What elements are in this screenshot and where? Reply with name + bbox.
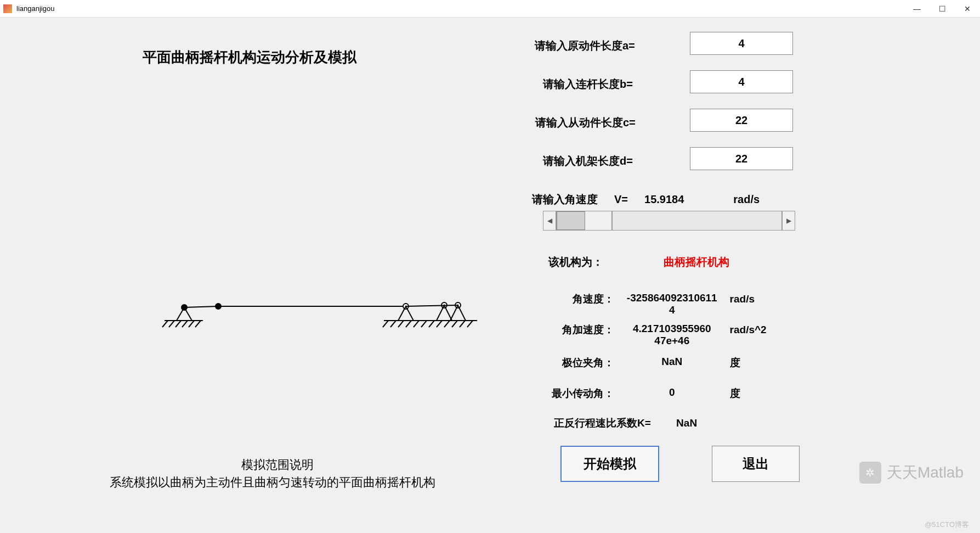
svg-line-6 xyxy=(182,321,188,327)
exit-button[interactable]: 退出 xyxy=(712,446,800,482)
acc-unit: rad/s^2 xyxy=(730,324,774,336)
maximize-button[interactable]: ☐ xyxy=(930,0,955,18)
slider-left-arrow-icon[interactable]: ◀ xyxy=(543,211,556,231)
output-velocity-row: 角速度： -325864092310611 4 rad/s xyxy=(543,292,774,316)
svg-line-7 xyxy=(189,321,194,327)
angular-unit: rad/s xyxy=(733,193,760,206)
output-k-row: 正反行程速比系数K= NaN xyxy=(554,416,703,430)
svg-line-21 xyxy=(390,321,396,327)
ang-value: NaN xyxy=(617,356,727,368)
content-area: 平面曲柄摇杆机构运动分析及模拟 xyxy=(0,18,980,533)
output-angle-row: 极位夹角： NaN 度 xyxy=(543,356,774,370)
vel-label: 角速度： xyxy=(543,292,614,306)
min-unit: 度 xyxy=(730,386,774,401)
slider-track-left[interactable] xyxy=(556,211,612,231)
mechanism-diagram xyxy=(143,281,499,347)
input-d[interactable]: 22 xyxy=(690,147,793,170)
wechat-icon: ✲ xyxy=(859,462,881,484)
vel-value: -325864092310611 4 xyxy=(617,292,727,316)
description-title: 模拟范围说明 xyxy=(241,457,314,473)
svg-line-26 xyxy=(429,321,434,327)
description-text: 系统模拟以曲柄为主动件且曲柄匀速转动的平面曲柄摇杆机构 xyxy=(110,474,435,491)
watermark: ✲ 天天Matlab xyxy=(859,462,964,484)
slider-thumb[interactable] xyxy=(557,211,585,230)
page-title: 平面曲柄摇杆机构运动分析及模拟 xyxy=(143,48,356,67)
label-d: 请输入机架长度d= xyxy=(543,154,633,169)
svg-line-29 xyxy=(452,321,457,327)
svg-line-8 xyxy=(195,321,201,327)
output-acceleration-row: 角加速度： 4.217103955960 47e+46 rad/s^2 xyxy=(543,323,774,347)
angular-label: 请输入角速度 xyxy=(532,192,598,207)
svg-line-24 xyxy=(413,321,419,327)
angular-symbol: V= xyxy=(614,193,628,206)
watermark-small: @51CTO博客 xyxy=(925,520,969,530)
app-icon xyxy=(3,4,12,13)
svg-line-23 xyxy=(406,321,411,327)
svg-line-25 xyxy=(421,321,427,327)
svg-line-18 xyxy=(406,305,458,306)
angular-velocity-row: 请输入角速度 V= 15.9184 rad/s xyxy=(532,192,760,207)
vel-unit: rad/s xyxy=(730,293,774,305)
svg-line-31 xyxy=(467,321,473,327)
input-a[interactable]: 4 xyxy=(690,32,793,55)
k-value: NaN xyxy=(670,417,703,429)
ang-label: 极位夹角： xyxy=(543,356,614,370)
svg-line-10 xyxy=(184,306,218,307)
svg-line-30 xyxy=(460,321,465,327)
svg-line-22 xyxy=(398,321,404,327)
svg-line-28 xyxy=(444,321,450,327)
titlebar: lianganjigou — ☐ ✕ xyxy=(0,0,980,18)
input-b[interactable]: 4 xyxy=(690,70,793,93)
minimize-button[interactable]: — xyxy=(904,0,930,18)
angular-slider[interactable]: ◀ ▶ xyxy=(543,211,795,231)
acc-label: 角加速度： xyxy=(543,323,614,337)
label-b: 请输入连杆长度b= xyxy=(543,77,633,92)
svg-line-4 xyxy=(169,321,174,327)
watermark-text: 天天Matlab xyxy=(887,462,964,483)
close-button[interactable]: ✕ xyxy=(955,0,980,18)
mechanism-type-value: 曲柄摇杆机构 xyxy=(664,255,729,270)
window-title: lianganjigou xyxy=(16,4,54,13)
window-controls: — ☐ ✕ xyxy=(904,0,980,18)
k-label: 正反行程速比系数K= xyxy=(554,417,651,429)
input-c[interactable]: 22 xyxy=(690,109,793,132)
ang-unit: 度 xyxy=(730,356,774,370)
min-value: 0 xyxy=(617,386,727,399)
output-min-angle-row: 最小传动角： 0 度 xyxy=(543,386,774,401)
slider-right-arrow-icon[interactable]: ▶ xyxy=(782,211,795,231)
start-simulation-button[interactable]: 开始模拟 xyxy=(560,446,659,482)
svg-line-3 xyxy=(162,321,168,327)
min-label: 最小传动角： xyxy=(543,386,614,401)
label-c: 请输入从动件长度c= xyxy=(535,115,636,130)
svg-line-20 xyxy=(383,321,388,327)
angular-value: 15.9184 xyxy=(644,193,684,206)
svg-line-27 xyxy=(437,321,442,327)
label-a: 请输入原动件长度a= xyxy=(535,38,635,53)
acc-value: 4.217103955960 47e+46 xyxy=(617,323,727,347)
slider-track[interactable] xyxy=(612,211,782,231)
svg-line-5 xyxy=(175,321,181,327)
mechanism-type-label: 该机构为： xyxy=(548,255,603,270)
